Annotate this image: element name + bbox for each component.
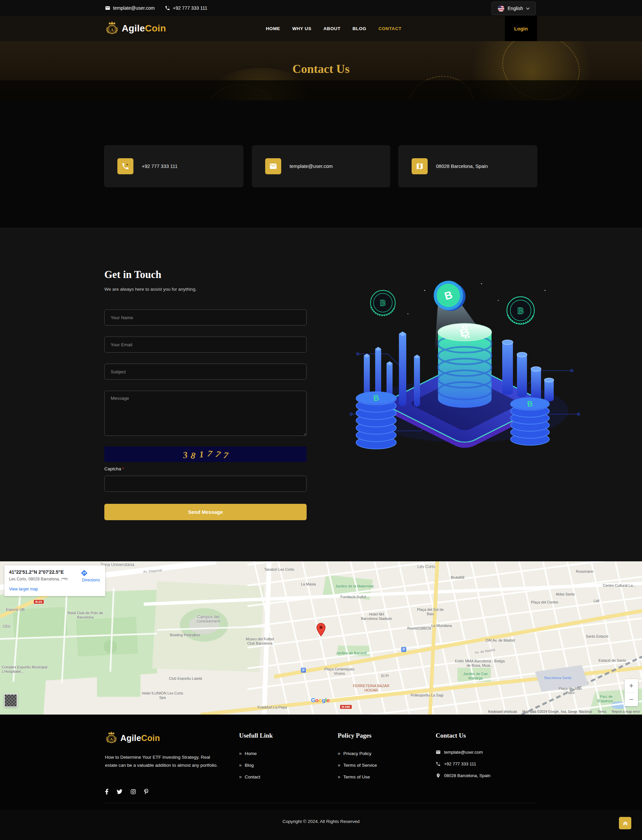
subject-input[interactable] — [104, 364, 306, 380]
nav-item-about[interactable]: ABOUT — [323, 26, 340, 31]
map-label: Reial Club de Polo de Barcelona — [63, 611, 107, 619]
twitter-icon[interactable] — [117, 789, 122, 795]
topbar-email[interactable]: template@user.com — [105, 5, 155, 11]
phone-card[interactable]: +92 777 333 111 — [104, 145, 243, 187]
captcha-digit: 8 — [190, 450, 196, 461]
map-marker-icon[interactable] — [316, 623, 326, 636]
map-address: Les Corts, 08028 Barcelona, স্পেন — [9, 577, 68, 582]
chevron-right-icon — [239, 774, 242, 780]
name-input[interactable] — [104, 309, 306, 325]
captcha-digit: 1 — [199, 449, 204, 460]
mail-icon — [265, 158, 281, 174]
map-layer-toggle[interactable] — [4, 694, 18, 707]
nav-item-why-us[interactable]: WHY US — [292, 26, 311, 31]
social-links — [105, 789, 148, 795]
brand-emblem-icon — [104, 21, 120, 36]
map-label: Jardins de Bacardí — [336, 651, 367, 655]
google-map[interactable]: Zona Universitària Av. Diagonal Tanatori… — [0, 561, 642, 715]
map-label: Hotel NH Barcelona Stadium — [360, 612, 392, 621]
pinterest-icon[interactable] — [144, 789, 148, 795]
zoom-out-button[interactable]: − — [624, 693, 638, 706]
chevron-right-icon — [239, 762, 242, 768]
footer-about-text: How to Determine Your ETF Investing Stra… — [105, 753, 220, 769]
map-coordinates: 41°22'51.2"N 2°07'22.5"E — [9, 569, 63, 575]
map-label: El Pi — [381, 674, 389, 678]
footer-link-contact[interactable]: Contact — [239, 774, 260, 780]
map-label: Jardins de la Maternitat — [334, 584, 374, 588]
footer-brand-logo[interactable]: AgileCoin — [104, 731, 160, 745]
map-label: Room018BCN — [407, 626, 431, 630]
nav-item-contact[interactable]: CONTACT — [378, 26, 402, 31]
map-label: Esports UB — [6, 608, 25, 612]
phone-icon — [165, 5, 170, 11]
map-label: Estilo MMA Barcelona - Botiga de Boxa, M… — [455, 659, 505, 668]
map-label: Abba Sants — [556, 592, 575, 596]
road-badge-b23: B-23 — [34, 600, 44, 604]
map-label: Les Corts — [417, 565, 435, 569]
phone-icon — [117, 158, 133, 174]
report-error-link[interactable]: Report a map error — [612, 710, 640, 713]
footer-link-terms-service[interactable]: Terms of Service — [338, 762, 377, 768]
brand-emblem-icon — [104, 731, 118, 745]
map-label: Centre Cultural La... — [601, 583, 638, 588]
hero-banner: Contact Us — [0, 41, 642, 100]
footer-contact-email[interactable]: template@user.com — [436, 750, 483, 755]
nav-item-home[interactable]: HOME — [266, 26, 280, 31]
chevron-down-icon — [526, 7, 530, 10]
crypto-illustration: B B B B — [338, 270, 592, 453]
map-label: Poliesportiu La Sagi — [410, 693, 443, 697]
language-label: English — [507, 6, 523, 11]
chevron-right-icon — [338, 774, 340, 780]
section-subheading: We are always here to assist you for any… — [104, 287, 196, 292]
instagram-icon[interactable] — [130, 789, 136, 795]
footer-link-terms-use[interactable]: Terms of Use — [338, 774, 370, 780]
directions-button[interactable]: Directions — [81, 569, 101, 582]
footer-link-privacy[interactable]: Privacy Policy — [338, 751, 371, 756]
login-button[interactable]: Login — [505, 16, 537, 41]
map-label: Campus del coneixement — [190, 615, 227, 624]
nav-item-blog[interactable]: BLOG — [352, 26, 366, 31]
map-label: Plaça Ceràmiques Vicens — [323, 667, 356, 676]
email-input[interactable] — [104, 336, 306, 353]
scroll-to-top-button[interactable] — [619, 817, 631, 829]
keyboard-shortcuts-link[interactable]: Keyboard shortcuts — [488, 710, 517, 713]
map-label: Jardins de Can Mantega — [459, 672, 492, 681]
directions-icon — [81, 569, 88, 577]
view-larger-map-link[interactable]: View larger map — [9, 587, 38, 591]
captcha-input[interactable] — [104, 476, 306, 492]
section-heading: Get in Touch — [104, 269, 162, 281]
us-flag-icon — [498, 5, 504, 12]
parking-icon: P — [401, 647, 406, 652]
zoom-in-button[interactable]: + — [624, 679, 638, 692]
send-message-button[interactable]: Send Message — [104, 504, 306, 520]
address-card[interactable]: 08028 Barcelona, Spain — [398, 145, 537, 187]
captcha-image: 3 8 1 7 7 7 — [104, 447, 306, 462]
top-bar: template@user.com +92 777 333 111 Englis… — [0, 0, 642, 16]
topbar-phone[interactable]: +92 777 333 111 — [165, 5, 207, 11]
footer-contact-phone[interactable]: +92 777 333 111 — [436, 761, 476, 767]
road-badge-n340: N-340 — [340, 705, 352, 709]
page-title: Contact Us — [0, 62, 642, 76]
map-label: La Masia — [301, 582, 316, 587]
brand-logo[interactable]: AgileCoin — [104, 21, 166, 36]
email-card[interactable]: template@user.com — [252, 145, 390, 187]
map-icon — [412, 158, 428, 174]
required-asterisk: * — [122, 466, 124, 471]
address-card-text: 08028 Barcelona, Spain — [436, 145, 488, 187]
footer-link-home[interactable]: Home — [239, 751, 257, 756]
nav-menu: HOME WHY US ABOUT BLOG CONTACT — [266, 16, 402, 41]
captcha-digit: 7 — [214, 448, 221, 460]
language-selector[interactable]: English — [491, 2, 536, 15]
facebook-icon[interactable] — [105, 789, 109, 795]
terms-link[interactable]: Terms — [597, 710, 606, 713]
map-label: CEU — [3, 624, 10, 629]
svg-text:B: B — [517, 306, 524, 316]
pin-icon — [436, 773, 441, 778]
google-logo[interactable]: Google — [311, 697, 330, 704]
map-label: Plaça del Sol de Baix — [416, 608, 445, 616]
footer-link-blog[interactable]: Blog — [239, 762, 254, 768]
main-nav: AgileCoin HOME WHY US ABOUT BLOG CONTACT… — [0, 16, 642, 41]
map-label: Parc de l'Espanya... — [592, 694, 620, 703]
message-textarea[interactable] — [104, 391, 306, 436]
map-info-card: 41°22'51.2"N 2°07'22.5"E Les Corts, 0802… — [4, 565, 105, 596]
